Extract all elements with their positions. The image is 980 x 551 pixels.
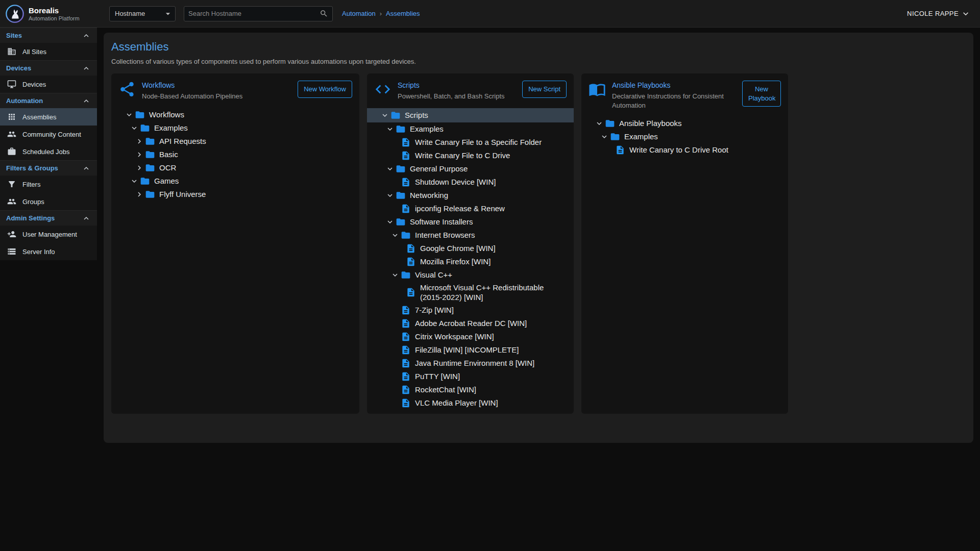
chevron-down-icon-wrap[interactable] [380,111,389,120]
tree-item-api-requests[interactable]: API Requests [111,135,359,148]
breadcrumb-automation[interactable]: Automation [342,10,376,17]
new-script-button[interactable]: New Script [522,81,567,98]
folder-icon [396,164,406,174]
tree-item-rocketchat-win[interactable]: RocketChat [WIN] [367,383,574,396]
breadcrumb-assemblies[interactable]: Assemblies [386,10,420,17]
tree-item-filezilla-win-incomplete[interactable]: FileZilla [WIN] [INCOMPLETE] [367,343,574,357]
chevron-down-icon-wrap[interactable] [385,164,395,173]
tree-item-label: Workflows [149,109,184,121]
chevron-down-icon-wrap[interactable] [390,231,400,240]
sidebar-item-assemblies[interactable]: Assemblies [0,108,97,126]
workflow-icon [118,81,136,98]
tree-item-putty-win[interactable]: PuTTY [WIN] [367,370,574,383]
tree-item-citrix-workspace-win[interactable]: Citrix Workspace [WIN] [367,330,574,343]
folder-icon-wrap [145,136,156,146]
chevron-down-icon-wrap[interactable] [130,123,139,133]
brand[interactable]: Borealis Automation Platform [0,4,97,23]
tree-item-label: Mozilla Firefox [WIN] [420,256,491,268]
chevron-down-icon [380,111,389,120]
chevron-up-icon [82,214,91,223]
tree-item-examples[interactable]: Examples [111,121,359,135]
tree-item-basic[interactable]: Basic [111,148,359,161]
sidebar-section-header-sites[interactable]: Sites [0,28,97,43]
tree-item-examples[interactable]: Examples [581,130,788,143]
chevron-spacer [390,372,400,381]
folder-icon [145,136,155,146]
sidebar-item-scheduled-jobs[interactable]: Scheduled Jobs [0,143,97,160]
chevron-down-icon-wrap[interactable] [130,177,139,186]
tree-item-scripts[interactable]: Scripts [367,108,574,122]
search-input[interactable] [188,10,320,17]
tree-item-software-installers[interactable]: Software Installers [367,215,574,229]
sidebar-section-items: User Management Server Info [0,226,97,260]
tree-item-workflows[interactable]: Workflows [111,108,359,121]
chevron-right-icon-wrap[interactable] [135,150,144,159]
chevron-down-icon [130,123,139,133]
tree-item-examples[interactable]: Examples [367,122,574,136]
chevron-right-icon-wrap[interactable] [135,137,144,146]
tree-item-shutdown-device-win[interactable]: Shutdown Device [WIN] [367,176,574,189]
tree-item-write-canary-file-to-c-drive[interactable]: Write Canary File to C Drive [367,149,574,162]
tree-item-flyff-universe[interactable]: Flyff Universe [111,188,359,201]
file-icon [406,287,416,297]
borealis-logo-icon [5,4,24,23]
chevron-down-icon-wrap[interactable] [385,217,395,227]
chevron-down-icon-wrap[interactable] [600,132,609,141]
sidebar-section-header-devices[interactable]: Devices [0,60,97,76]
sidebar-item-community-content[interactable]: Community Content [0,126,97,143]
new-playbook-button[interactable]: New Playbook [742,81,781,107]
sidebar-item-server-info[interactable]: Server Info [0,243,97,260]
brand-name: Borealis [29,6,80,15]
chevron-down-icon-wrap[interactable] [595,119,604,128]
sidebar-item-all-sites[interactable]: All Sites [0,43,97,60]
tree-item-ipconfig-release-renew[interactable]: ipconfig Release & Renew [367,202,574,215]
chevron-down-icon-wrap[interactable] [385,124,395,134]
chevron-down-icon-wrap[interactable] [390,270,400,280]
folder-icon-wrap [145,163,156,173]
search-icon[interactable] [320,9,328,18]
sidebar-section-header-admin-settings[interactable]: Admin Settings [0,210,97,226]
devices-icon [7,80,16,89]
tree-item-ansible-playbooks[interactable]: Ansible Playbooks [581,117,788,130]
sidebar-item-user-management[interactable]: User Management [0,226,97,243]
tree-item-networking[interactable]: Networking [367,189,574,202]
tree-item-7-zip-win[interactable]: 7-Zip [WIN] [367,304,574,317]
tree-item-games[interactable]: Games [111,174,359,188]
tree-item-write-canary-to-c-drive-root[interactable]: Write Canary to C Drive Root [581,143,788,157]
sidebar-item-groups[interactable]: Groups [0,193,97,210]
chevron-up-icon [82,164,91,173]
sidebar-item-devices[interactable]: Devices [0,76,97,93]
sidebar-item-filters[interactable]: Filters [0,176,97,193]
playbook-icon [589,81,606,98]
tree-item-microsoft-visual-c-redistributable-2015-2022-win[interactable]: Microsoft Visual C++ Redistributable (20… [367,282,574,304]
tree-item-adobe-acrobat-reader-dc-win[interactable]: Adobe Acrobat Reader DC [WIN] [367,317,574,330]
card-ansible-playbooks: Ansible Playbooks Declarative Instructio… [581,73,788,414]
tree-item-google-chrome-win[interactable]: Google Chrome [WIN] [367,242,574,255]
chevron-right-icon-wrap[interactable] [135,163,144,172]
hostname-select[interactable]: Hostname [109,6,176,21]
chevron-down-icon-wrap[interactable] [125,110,134,119]
folder-icon-wrap [135,110,146,120]
sidebar-section-header-filters-groups[interactable]: Filters & Groups [0,160,97,176]
chevron-right-icon-wrap[interactable] [135,190,144,199]
sidebar-section-items: All Sites [0,43,97,60]
tree-item-java-runtime-environment-8-win[interactable]: Java Runtime Environment 8 [WIN] [367,357,574,370]
folder-icon-wrap [610,132,621,142]
tree-item-label: Networking [410,189,448,202]
tree-item-label: ipconfig Release & Renew [415,203,505,215]
tree-item-mozilla-firefox-win[interactable]: Mozilla Firefox [WIN] [367,255,574,268]
tree-item-vlc-media-player-win[interactable]: VLC Media Player [WIN] [367,396,574,410]
tree-item-write-canary-file-to-a-specific-folder[interactable]: Write Canary File to a Specific Folder [367,136,574,149]
sidebar-section-header-automation[interactable]: Automation [0,93,97,108]
tree-item-ocr[interactable]: OCR [111,161,359,174]
sidebar-section: Filters & Groups Filters Groups [0,160,97,210]
chevron-down-icon-wrap[interactable] [385,191,395,200]
tree-item-visual-c[interactable]: Visual C++ [367,268,574,282]
user-menu[interactable]: NICOLE RAPPE [907,9,971,19]
new-workflow-button[interactable]: New Workflow [298,81,352,98]
tree-item-general-purpose[interactable]: General Purpose [367,162,574,176]
file-icon-wrap [401,305,412,315]
chevron-spacer [390,398,400,408]
chevron-down-icon [390,270,400,280]
tree-item-internet-browsers[interactable]: Internet Browsers [367,229,574,242]
